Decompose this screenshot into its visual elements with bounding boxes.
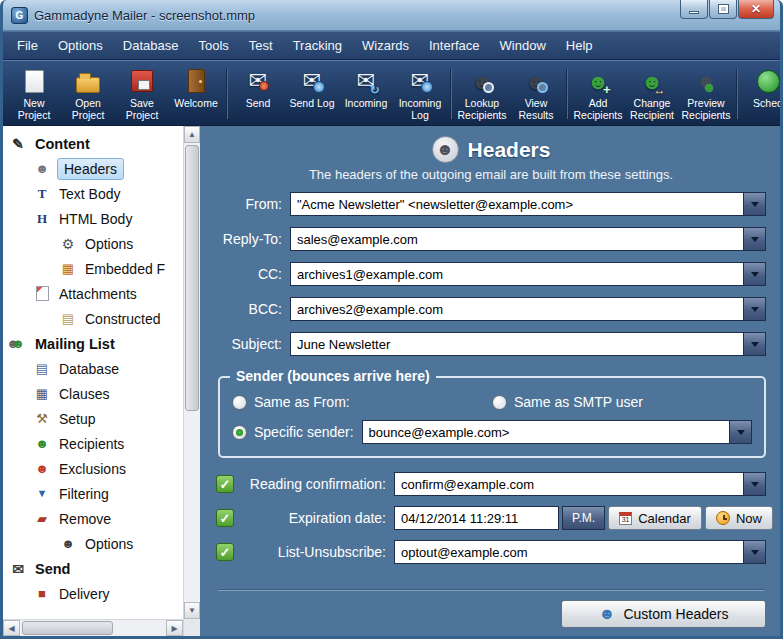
toolbar-label: View Results	[509, 97, 563, 121]
vertical-scroll-track[interactable]	[184, 143, 200, 602]
radio-specific-sender[interactable]: Specific sender:	[232, 424, 354, 440]
sidebar: Content Headers Text Body HTML Body Opti…	[3, 126, 183, 636]
close-button[interactable]: ✕	[738, 0, 774, 19]
sidebar-item-remove[interactable]: Remove	[3, 506, 183, 531]
menu-test[interactable]: Test	[239, 33, 283, 58]
scroll-left-button[interactable]: ◀	[3, 620, 20, 636]
page-title: Headers	[468, 138, 551, 162]
menu-options[interactable]: Options	[48, 33, 113, 58]
sidebar-item-html-options[interactable]: Options	[3, 231, 183, 256]
toolbar-incoming[interactable]: Incoming	[339, 63, 393, 125]
menu-tools[interactable]: Tools	[188, 33, 238, 58]
minimize-button[interactable]	[680, 0, 708, 19]
sidebar-item-remove-options[interactable]: Options	[3, 531, 183, 556]
custom-headers-button[interactable]: Custom Headers	[561, 600, 766, 628]
cc-combo[interactable]: archives1@example.com	[290, 262, 766, 286]
sidebar-item-label: Remove	[57, 509, 113, 529]
toolbar-add-recipients[interactable]: Add Recipients	[571, 63, 625, 125]
from-label: From:	[216, 196, 282, 212]
menu-database[interactable]: Database	[113, 33, 189, 58]
sidebar-item-html-body[interactable]: HTML Body	[3, 206, 183, 231]
sidebar-item-recipients[interactable]: Recipients	[3, 431, 183, 456]
title-bar: G Gammadyne Mailer - screenshot.mmp ✕	[3, 0, 780, 31]
toolbar-change-recipient[interactable]: Change Recipient	[625, 63, 679, 125]
toolbar-incoming-log[interactable]: Incoming Log	[393, 63, 447, 125]
vertical-scroll-thumb[interactable]	[185, 145, 199, 411]
bcc-dropdown-button[interactable]	[743, 298, 765, 320]
sidebar-item-send[interactable]: Send	[3, 556, 183, 581]
specific-sender-dropdown-button[interactable]	[729, 421, 751, 443]
reading-confirmation-checkbox[interactable]: ✓	[216, 475, 234, 493]
close-icon: ✕	[751, 3, 761, 15]
toolbar-send-log[interactable]: Send Log	[285, 63, 339, 125]
list-unsubscribe-combo[interactable]: optout@example.com	[394, 540, 766, 564]
toolbar-schedule[interactable]: Sched	[741, 63, 780, 125]
menu-wizards[interactable]: Wizards	[352, 33, 419, 58]
reply-to-combo[interactable]: sales@example.com	[290, 227, 766, 251]
sidebar-item-content[interactable]: Content	[3, 131, 183, 156]
reading-confirmation-dropdown-button[interactable]	[743, 473, 765, 495]
list-unsubscribe-checkbox[interactable]: ✓	[216, 543, 234, 561]
radio-selected-icon	[232, 425, 247, 440]
menu-window[interactable]: Window	[490, 33, 556, 58]
sidebar-item-embedded-files[interactable]: Embedded F	[3, 256, 183, 281]
scroll-right-button[interactable]: ▶	[166, 620, 183, 636]
specific-sender-combo[interactable]: bounce@example.com>	[362, 420, 752, 444]
sidebar-item-delivery[interactable]: Delivery	[3, 581, 183, 606]
sidebar-item-label: Constructed	[83, 309, 162, 329]
sidebar-item-constructed[interactable]: Constructed	[3, 306, 183, 331]
menu-interface[interactable]: Interface	[419, 33, 490, 58]
toolbar-welcome[interactable]: Welcome	[169, 63, 223, 125]
sidebar-item-database[interactable]: Database	[3, 356, 183, 381]
expiration-date-input[interactable]	[394, 506, 559, 530]
calendar-button[interactable]: 31 Calendar	[608, 506, 702, 530]
sidebar-item-exclusions[interactable]: Exclusions	[3, 456, 183, 481]
sidebar-item-text-body[interactable]: Text Body	[3, 181, 183, 206]
toolbar-new-project[interactable]: New Project	[7, 63, 61, 125]
sidebar-item-headers[interactable]: Headers	[3, 156, 183, 181]
sidebar-item-filtering[interactable]: Filtering	[3, 481, 183, 506]
menu-file[interactable]: File	[7, 33, 48, 58]
expiration-date-checkbox[interactable]: ✓	[216, 509, 234, 527]
scroll-up-button[interactable]: ▲	[184, 126, 200, 143]
maximize-button[interactable]	[709, 0, 737, 19]
toolbar-save-project[interactable]: Save Project	[115, 63, 169, 125]
subject-dropdown-button[interactable]	[743, 333, 765, 355]
now-button[interactable]: Now	[705, 506, 773, 530]
list-unsubscribe-dropdown-button[interactable]	[743, 541, 765, 563]
radio-same-as-from[interactable]: Same as From:	[232, 394, 492, 410]
horizontal-scroll-track[interactable]	[20, 620, 166, 636]
reply-to-dropdown-button[interactable]	[743, 228, 765, 250]
sidebar-item-label: Recipients	[57, 434, 126, 454]
from-combo[interactable]: "Acme Newsletter" <newsletter@example.co…	[290, 192, 766, 216]
sidebar-item-mailing-list[interactable]: Mailing List	[3, 331, 183, 356]
menu-tracking[interactable]: Tracking	[283, 33, 352, 58]
window-title: Gammadyne Mailer - screenshot.mmp	[34, 8, 255, 23]
toolbar-lookup-recipients[interactable]: Lookup Recipients	[455, 63, 509, 125]
sidebar-item-attachments[interactable]: Attachments	[3, 281, 183, 306]
add-recipients-icon	[585, 67, 612, 95]
reading-confirmation-combo[interactable]: confirm@example.com	[394, 472, 766, 496]
from-dropdown-button[interactable]	[743, 193, 765, 215]
toolbar-open-project[interactable]: Open Project	[61, 63, 115, 125]
sidebar-vertical-scrollbar: ▲ ▼	[183, 126, 200, 636]
subject-combo[interactable]: June Newsletter	[290, 332, 766, 356]
menu-help[interactable]: Help	[556, 33, 603, 58]
app-icon: G	[11, 7, 28, 24]
reply-to-value: sales@example.com	[291, 228, 743, 250]
horizontal-scroll-thumb[interactable]	[22, 621, 113, 635]
radio-same-as-smtp-user[interactable]: Same as SMTP user	[492, 394, 643, 410]
html-body-icon	[33, 210, 51, 228]
toolbar-view-results[interactable]: View Results	[509, 63, 563, 125]
bcc-combo[interactable]: archives2@example.com	[290, 297, 766, 321]
radio-specific-sender-label: Specific sender:	[254, 424, 354, 440]
pm-button[interactable]: P.M.	[562, 506, 605, 530]
cc-dropdown-button[interactable]	[743, 263, 765, 285]
sidebar-item-clauses[interactable]: Clauses	[3, 381, 183, 406]
toolbar-send[interactable]: Send	[231, 63, 285, 125]
embedded-files-icon	[59, 260, 77, 278]
scroll-down-button[interactable]: ▼	[184, 602, 200, 619]
toolbar-preview-recipients[interactable]: Preview Recipients	[679, 63, 733, 125]
chevron-down-icon	[751, 272, 759, 277]
sidebar-item-setup[interactable]: Setup	[3, 406, 183, 431]
